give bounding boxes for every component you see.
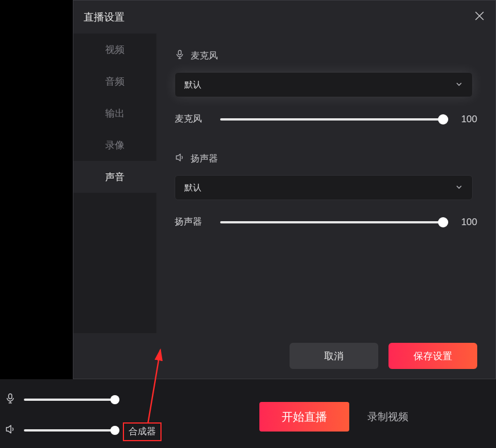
microphone-icon [175, 49, 185, 62]
slider-thumb[interactable] [110, 426, 119, 435]
slider-thumb[interactable] [110, 395, 119, 404]
sidebar-item-label: 音频 [105, 75, 125, 88]
settings-modal: 直播设置 视频 音频 输出 录像 声音 麦克风 默认 [73, 0, 496, 379]
synthesizer-button[interactable]: 合成器 [123, 422, 162, 441]
modal-header: 直播设置 [73, 1, 495, 34]
speaker-icon[interactable] [5, 424, 16, 437]
speaker-device-select[interactable]: 默认 [175, 175, 473, 200]
sidebar-item-label: 录像 [105, 139, 125, 152]
mic-slider-label: 麦克风 [175, 113, 206, 125]
speaker-mini-slider[interactable] [24, 429, 115, 432]
svg-rect-0 [179, 51, 181, 55]
speaker-select-value: 默认 [184, 182, 201, 193]
modal-title: 直播设置 [84, 10, 125, 24]
save-button[interactable]: 保存设置 [388, 343, 477, 369]
speaker-volume-row: 扬声器 100 [175, 216, 477, 228]
volume-controls [5, 393, 115, 437]
modal-body: 视频 音频 输出 录像 声音 麦克风 默认 麦克风 [73, 34, 495, 333]
speaker-mini-row [5, 424, 115, 437]
sidebar-item-audio[interactable]: 音频 [73, 65, 156, 97]
sidebar-item-output[interactable]: 输出 [73, 97, 156, 129]
speaker-section-title: 扬声器 [191, 153, 218, 165]
speaker-volume-slider[interactable] [220, 221, 443, 223]
svg-rect-1 [9, 394, 12, 399]
slider-thumb[interactable] [438, 217, 448, 227]
speaker-slider-label: 扬声器 [175, 216, 206, 228]
cancel-button[interactable]: 取消 [290, 343, 378, 369]
sidebar-item-sound[interactable]: 声音 [73, 161, 156, 193]
settings-sidebar: 视频 音频 输出 录像 声音 [73, 34, 156, 333]
mic-mini-row [5, 393, 115, 406]
sidebar-item-label: 输出 [105, 107, 125, 120]
start-stream-button[interactable]: 开始直播 [259, 402, 349, 432]
settings-content: 麦克风 默认 麦克风 100 扬声器 [156, 34, 495, 333]
speaker-icon [175, 152, 185, 165]
speaker-volume-value: 100 [457, 217, 477, 228]
sidebar-item-label: 声音 [105, 171, 125, 184]
chevron-down-icon [455, 80, 463, 90]
close-icon[interactable] [474, 10, 485, 24]
mic-device-select[interactable]: 默认 [175, 72, 473, 97]
mic-volume-value: 100 [457, 114, 477, 125]
sidebar-item-recording[interactable]: 录像 [73, 129, 156, 161]
sidebar-item-label: 视频 [105, 43, 125, 56]
speaker-section-header: 扬声器 [175, 152, 477, 165]
record-video-button[interactable]: 录制视频 [367, 410, 408, 424]
sidebar-item-video[interactable]: 视频 [73, 34, 156, 65]
mic-mini-slider[interactable] [24, 399, 115, 401]
microphone-icon[interactable] [5, 393, 16, 406]
modal-footer: 取消 保存设置 [73, 333, 495, 379]
mic-volume-slider[interactable] [220, 118, 443, 121]
slider-thumb[interactable] [438, 114, 448, 125]
mic-select-value: 默认 [184, 80, 201, 90]
bottom-bar: 合成器 开始直播 录制视频 [0, 379, 496, 448]
mic-volume-row: 麦克风 100 [175, 113, 477, 125]
chevron-down-icon [455, 183, 463, 193]
mic-section-header: 麦克风 [175, 49, 477, 62]
mic-section-title: 麦克风 [191, 50, 218, 62]
